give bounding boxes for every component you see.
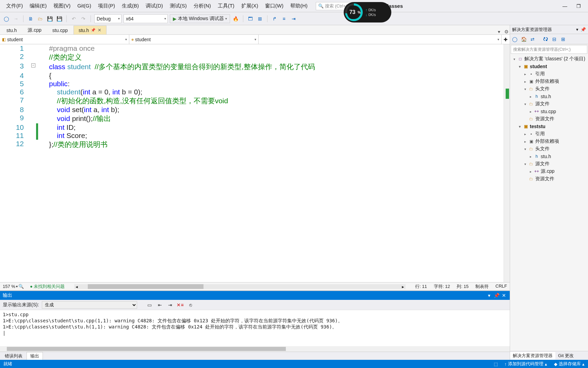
se-back-icon[interactable]: ◯ [511,36,518,42]
maximize-button[interactable]: ❐ [575,3,582,9]
output-close-icon[interactable]: ✕ [501,293,507,298]
config-select[interactable]: Debug [94,14,121,23]
se-collapse-icon[interactable]: ⊟ [551,36,558,42]
code-line[interactable]: //类的定义 [48,52,504,62]
code-line[interactable]: student(int a = 0, int b = 0); [48,88,504,96]
expand-icon[interactable]: ▾ [523,147,527,151]
tree-node[interactable]: ▸▪引用 [510,130,588,138]
class-select[interactable]: ⎈ student [129,35,259,44]
expand-icon[interactable]: ▸ [523,140,527,143]
fire-icon[interactable]: 🔥 [232,15,240,22]
tree-node[interactable]: ▸hstu.h [510,153,588,160]
se-bottom-tab[interactable]: Git 更改 [555,352,576,359]
menu-item[interactable]: 视图(V) [50,1,74,11]
minimize-button[interactable]: — [561,3,568,9]
code-line[interactable]: };//类的使用说明书 [48,140,504,149]
menu-item[interactable]: 窗口(W) [262,1,287,11]
se-refresh-icon[interactable]: 🗘 [542,36,549,42]
select-repo[interactable]: ◆ 选择存储库 ▴ [554,361,585,367]
menu-item[interactable]: 帮助(H) [287,1,311,11]
fold-toggle[interactable]: − [31,63,35,67]
indent-icon[interactable]: ⇥ [290,15,297,22]
code-line[interactable]: int Score; [48,132,504,140]
tree-node[interactable]: 🗀资源文件 [510,175,588,183]
layout-icon[interactable]: ⊞ [256,15,264,22]
start-debug-button[interactable]: ▶ 本地 Windows 调试器 ▾ [170,14,230,23]
tree-node[interactable]: ▾🗀源文件 [510,160,588,168]
tree-node[interactable]: ▸++源.cpp [510,168,588,175]
zoom-select[interactable]: 157 % ▾ 🔍 [3,284,24,289]
tree-node[interactable]: ▾□解决方案 'classes' (2 个项目) [510,55,588,63]
output-wrap-icon[interactable]: ✕≡ [177,301,184,309]
editor-tab[interactable]: stu.h📌✕ [74,26,107,34]
code-line[interactable]: #pragma once [48,44,504,52]
output-indent-right-icon[interactable]: ⇥ [166,301,174,309]
insert-control[interactable]: ⬚ [494,362,498,367]
lines-icon[interactable]: ≡ [280,15,288,22]
issues-status[interactable]: ● 未找到相关问题 [30,283,65,290]
menu-item[interactable]: 扩展(X) [238,1,262,11]
se-showall-icon[interactable]: ⊞ [560,36,567,42]
open-button[interactable]: 🗁 [36,15,44,22]
toolbox-icon[interactable]: 🗔 [247,15,254,22]
se-dropdown-icon[interactable]: ▾ [574,27,580,32]
back-button[interactable]: ◯ [3,15,10,22]
redo-button[interactable]: ↷ [80,15,87,22]
member-select[interactable] [259,35,502,44]
expand-icon[interactable]: ▾ [512,57,516,61]
se-pin-icon[interactable]: 📌 [581,27,586,32]
forward-button[interactable]: → [12,15,20,22]
expand-icon[interactable]: ▸ [523,132,527,136]
menu-item[interactable]: 测试(S) [166,1,190,11]
tree-node[interactable]: 🗀资源文件 [510,115,588,123]
bottom-tab[interactable]: 输出 [27,352,43,360]
menu-item[interactable]: 分析(N) [190,1,214,11]
platform-select[interactable]: x64 [124,14,168,23]
expand-icon[interactable]: ▾ [518,65,522,68]
expand-icon[interactable]: ▸ [528,95,533,98]
scope-select[interactable]: ◧ student [0,35,129,44]
output-text[interactable]: 1>stu.cpp 1>E:\cpp\classes\student\stu.c… [0,310,510,346]
save-button[interactable]: 💾 [46,15,53,22]
performance-widget[interactable]: 73% 0K/s 0K/s [344,2,391,22]
se-search-input[interactable]: 搜索解决方案资源管理器(Ctrl+;) [511,45,587,54]
menu-item[interactable]: 调试(D) [142,1,166,11]
expand-icon[interactable]: ▸ [528,170,533,173]
editor-scrollbar[interactable] [504,44,510,282]
output-link-icon[interactable]: ⎋ [187,301,194,309]
pin-icon[interactable]: 📌 [91,28,96,32]
code-line[interactable]: //初始化的函数,构造,没有任何返回值类型，不需要void [48,96,504,106]
se-sync-icon[interactable]: ⇄ [529,36,536,42]
editor-h-scrollbar[interactable]: ◂▸ [74,284,406,289]
se-bottom-tab[interactable]: 解决方案资源管理器 [510,352,555,359]
expand-icon[interactable]: ▸ [523,80,527,83]
add-source-control[interactable]: ↑ 添加到源代码管理 ▴ [505,361,548,367]
tree-node[interactable]: ▸▣外部依赖项 [510,138,588,145]
output-pin-icon[interactable]: 📌 [493,293,500,298]
output-clear-icon[interactable]: ▭ [146,301,153,309]
code-line[interactable]: class student //多个基本的内置类型的变量组合得到的新类型,整体操… [48,62,504,72]
tree-node[interactable]: ▸hstu.h [510,93,588,100]
code-line[interactable]: public: [48,80,504,88]
expand-icon[interactable]: ▾ [523,162,527,166]
expand-icon[interactable]: ▾ [523,87,527,91]
undo-button[interactable]: ↶ [70,15,78,22]
tree-node[interactable]: ▸▣外部依赖项 [510,78,588,85]
new-file-button[interactable]: 🗎 [27,15,34,22]
menu-item[interactable]: 生成(B) [118,1,142,11]
editor-tab[interactable]: 源.cpp [22,26,46,34]
editor-tab[interactable]: stu.cpp [47,26,73,34]
code-editor[interactable]: 1#pragma once2//类的定义3−class student //多个… [0,44,504,282]
save-all-button[interactable]: 💾 [55,15,63,22]
tree-node[interactable]: ▸▪引用 [510,70,588,78]
menu-item[interactable]: 工具(T) [214,1,238,11]
code-line[interactable]: void print();//输出 [48,114,504,123]
output-indent-left-icon[interactable]: ⇤ [156,301,164,309]
menu-item[interactable]: 项目(P) [95,1,118,11]
tree-node[interactable]: ▾🗀头文件 [510,145,588,153]
tree-node[interactable]: ▸++stu.cpp [510,108,588,115]
tabs-gear-icon[interactable]: ⚙ [503,29,510,34]
menu-item[interactable]: Git(G) [74,1,95,11]
tabs-dropdown-icon[interactable]: ▾ [495,29,502,34]
code-line[interactable]: void set(int a, int b); [48,106,504,114]
